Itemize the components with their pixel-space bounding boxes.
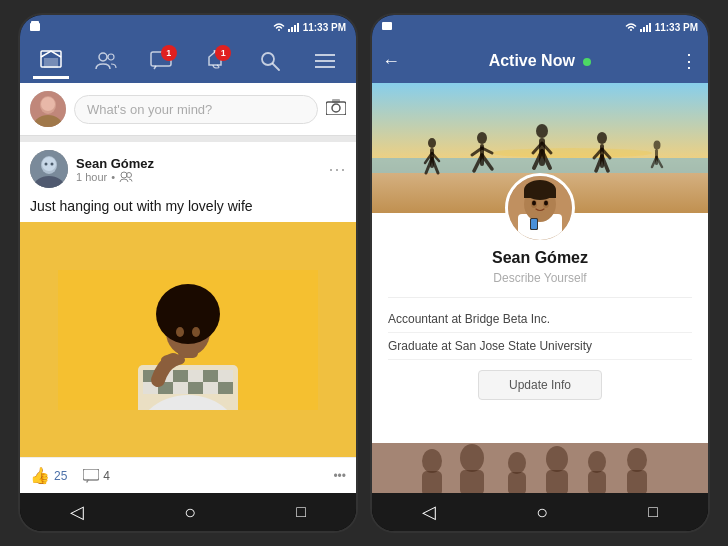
profile-content: Sean Gómez Describe Yourself Accountant … — [372, 83, 708, 493]
nav-friends[interactable] — [88, 43, 124, 79]
post-image — [20, 222, 356, 457]
post-actions: 👍 25 4 ••• — [20, 457, 356, 493]
status-bar-right: 11:33 PM — [372, 15, 708, 39]
back-btn-right[interactable]: ← — [382, 51, 400, 72]
svg-point-87 — [654, 141, 661, 150]
recents-btn-bottom-right[interactable]: □ — [648, 503, 658, 521]
more-options-btn[interactable]: ⋮ — [680, 50, 698, 72]
profile-describe: Describe Yourself — [388, 271, 692, 285]
bottom-nav-right: ◁ ○ □ — [372, 493, 708, 531]
time-right: 11:33 PM — [655, 22, 698, 33]
update-info-btn[interactable]: Update Info — [478, 370, 602, 400]
svg-point-100 — [544, 201, 548, 206]
svg-point-12 — [262, 53, 274, 65]
svg-point-50 — [176, 327, 184, 337]
svg-point-62 — [492, 148, 652, 158]
bottom-strip — [372, 443, 708, 493]
phones-container: 11:33 PM — [18, 13, 710, 533]
more-action[interactable]: ••• — [333, 469, 346, 483]
friends-icon — [94, 51, 118, 71]
likes-action[interactable]: 👍 25 — [30, 466, 67, 485]
profile-name: Sean Gómez — [388, 249, 692, 267]
profile-info: Sean Gómez Describe Yourself Accountant … — [372, 249, 708, 443]
info-job: Accountant at Bridge Beta Inc. — [388, 306, 692, 333]
right-phone: 11:33 PM ← Active Now ⋮ — [370, 13, 710, 533]
svg-rect-23 — [332, 99, 340, 103]
nav-messages[interactable]: 1 — [143, 43, 179, 79]
svg-rect-46 — [218, 382, 233, 394]
comments-action[interactable]: 4 — [83, 469, 110, 483]
svg-point-99 — [532, 201, 536, 206]
recents-btn-left[interactable]: □ — [296, 503, 306, 521]
status-left-right — [382, 18, 396, 36]
svg-rect-7 — [44, 58, 58, 68]
svg-rect-54 — [382, 22, 392, 30]
menu-icon — [315, 52, 335, 70]
svg-point-22 — [332, 104, 340, 112]
active-now-text: Active Now — [489, 52, 575, 69]
wifi-icon — [273, 22, 285, 32]
svg-rect-45 — [203, 382, 218, 394]
svg-point-8 — [99, 53, 107, 61]
post-image-svg — [58, 270, 318, 410]
notification-status-icon — [30, 21, 44, 33]
svg-rect-58 — [649, 23, 651, 32]
post-options[interactable]: ⋯ — [328, 158, 346, 180]
svg-rect-55 — [640, 29, 642, 32]
camera-icon[interactable] — [326, 99, 346, 119]
info-education: Graduate at San Jose State University — [388, 333, 692, 360]
svg-point-69 — [477, 132, 487, 144]
comments-count: 4 — [103, 469, 110, 483]
svg-point-49 — [156, 284, 220, 344]
home-icon — [40, 50, 62, 70]
svg-rect-57 — [646, 25, 648, 32]
signal-icon — [288, 22, 300, 32]
post-time-privacy: 1 hour • — [76, 171, 320, 183]
nav-menu[interactable] — [307, 43, 343, 79]
svg-rect-4 — [294, 25, 296, 32]
status-right-right: 11:33 PM — [625, 22, 698, 33]
svg-point-51 — [192, 327, 200, 337]
back-btn-bottom-right[interactable]: ◁ — [422, 501, 436, 523]
svg-point-28 — [45, 163, 48, 166]
svg-rect-2 — [288, 29, 290, 32]
likes-count: 25 — [54, 469, 67, 483]
more-icon: ••• — [333, 469, 346, 483]
friends-privacy-icon — [119, 171, 133, 183]
nav-search[interactable] — [252, 43, 288, 79]
status-bar-left: 11:33 PM — [20, 15, 356, 39]
story-input-bar[interactable]: What's on your mind? — [20, 83, 356, 136]
svg-rect-53 — [83, 469, 99, 480]
nav-notifications[interactable]: 1 — [197, 43, 233, 79]
nav-home[interactable] — [33, 43, 69, 79]
home-btn-bottom-right[interactable]: ○ — [536, 501, 548, 524]
privacy-dot: • — [111, 171, 115, 183]
like-icon: 👍 — [30, 466, 50, 485]
user-avatar-image — [30, 91, 66, 127]
svg-rect-1 — [31, 21, 39, 27]
status-icons-left — [30, 21, 44, 33]
svg-point-27 — [42, 157, 56, 171]
post-meta: Sean Gómez 1 hour • — [76, 156, 320, 183]
divider-1 — [388, 297, 692, 298]
nav-bar-left: 1 1 — [20, 39, 356, 83]
post-author-image — [30, 150, 68, 188]
svg-rect-43 — [173, 382, 188, 394]
home-btn-left[interactable]: ○ — [184, 501, 196, 524]
user-avatar-story — [30, 91, 66, 127]
time-left: 11:33 PM — [303, 22, 346, 33]
active-now-title: Active Now — [408, 52, 672, 70]
svg-line-13 — [273, 64, 279, 70]
feed-content: What's on your mind? — [20, 83, 356, 493]
profile-pic-container — [505, 173, 575, 243]
svg-rect-39 — [203, 370, 218, 382]
svg-rect-38 — [188, 370, 203, 382]
post-author-name: Sean Gómez — [76, 156, 320, 171]
svg-rect-102 — [531, 219, 537, 229]
status-icon-right — [382, 20, 396, 32]
story-text-input[interactable]: What's on your mind? — [74, 95, 318, 124]
back-btn-left[interactable]: ◁ — [70, 501, 84, 523]
post-card: Sean Gómez 1 hour • ⋯ — [20, 142, 356, 493]
search-icon — [260, 51, 280, 71]
bottom-strip-svg — [372, 443, 708, 493]
